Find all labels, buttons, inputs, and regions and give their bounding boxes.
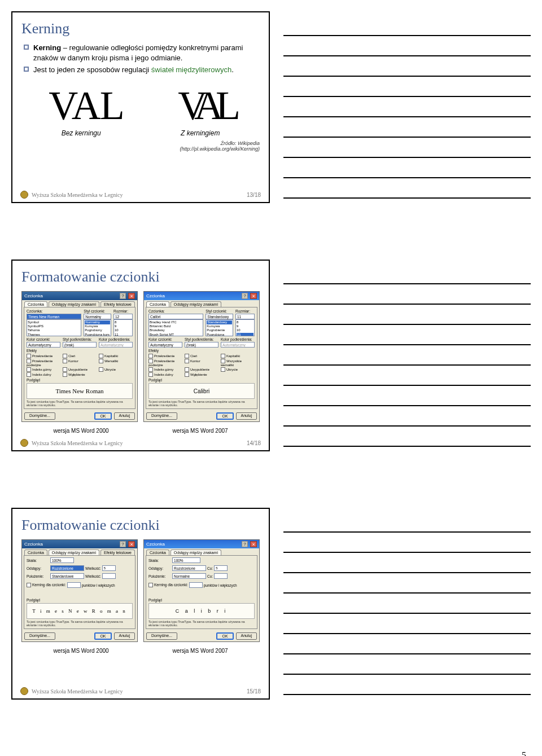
chk-engrave[interactable]: Wgłębienie	[63, 372, 97, 377]
slide-footer: Wyższa Szkoła Menedżerska w Legnicy 15/1…	[20, 687, 261, 695]
size-input[interactable]: 12	[113, 314, 133, 319]
close-icon[interactable]: ×	[128, 541, 135, 547]
school-logo-icon	[20, 687, 28, 695]
default-button[interactable]: Domyślne...	[24, 412, 55, 420]
scale-label: Skala:	[27, 559, 49, 562]
underline-dropdown[interactable]: (brak)	[185, 342, 218, 348]
font-input[interactable]: Calibri	[148, 314, 203, 319]
effects-group-label: Efekty	[27, 349, 133, 353]
dialog-title: Czcionka	[146, 542, 165, 547]
default-button[interactable]: Domyślne...	[24, 632, 55, 640]
spacing-label: Odstępy:	[148, 566, 171, 570]
spacing-dropdown[interactable]: Rozstrzelone	[50, 565, 84, 571]
tab-font[interactable]: Czcionka	[24, 301, 47, 307]
chk-sub[interactable]: Indeks dolny	[148, 372, 182, 377]
chk-outline[interactable]: Kontur	[63, 359, 97, 367]
style-input[interactable]: Normalny	[84, 314, 111, 319]
cancel-button[interactable]: Anuluj	[114, 632, 135, 640]
tab-font[interactable]: Czcionka	[24, 550, 47, 555]
underline-dropdown[interactable]: (brak)	[63, 342, 97, 348]
spacing-dropdown[interactable]: Rozstrzelone	[172, 565, 206, 571]
ok-button[interactable]: OK	[216, 412, 233, 420]
ok-button[interactable]: OK	[94, 632, 111, 640]
chk-super[interactable]: Indeks górny	[27, 367, 60, 372]
chk-hidden[interactable]: Ukrycie	[221, 367, 255, 372]
tab-spacing[interactable]: Odstępy między znakami	[171, 301, 221, 307]
kerning-spinner[interactable]	[67, 582, 81, 588]
chk-engrave[interactable]: Wgłębienie	[185, 372, 218, 377]
spacing-spinner[interactable]: 5	[214, 565, 228, 571]
close-icon[interactable]: ×	[128, 293, 135, 299]
tab-font[interactable]: Czcionka	[146, 301, 169, 307]
chk-emboss[interactable]: Uwypuklenie	[185, 367, 218, 372]
chk-allcaps[interactable]: Wszystkie wersaliki	[221, 359, 255, 367]
help-icon[interactable]: ?	[120, 293, 126, 299]
tab-effects[interactable]: Efekty tekstowe	[100, 550, 135, 555]
chk-shadow[interactable]: Cień	[63, 354, 97, 358]
tab-effects[interactable]: Efekty tekstowe	[100, 301, 135, 307]
cancel-button[interactable]: Anuluj	[236, 632, 257, 640]
note-line	[283, 366, 531, 386]
note-line	[283, 594, 531, 614]
kerning-spinner[interactable]	[189, 582, 203, 588]
tab-spacing[interactable]: Odstępy między znakami	[171, 550, 221, 555]
truetype-note: To jest czcionka typu TrueType. Ta sama …	[27, 620, 133, 627]
help-icon[interactable]: ?	[120, 541, 126, 547]
tab-spacing[interactable]: Odstępy między znakami	[49, 301, 99, 307]
dialog-captions: wersja MS Word 2000 wersja MS Word 2007	[21, 648, 260, 654]
chk-strike[interactable]: Przekreślenie	[27, 354, 60, 358]
color-dropdown[interactable]: Automatyczny	[27, 342, 60, 348]
position-dropdown[interactable]: Normalne	[172, 573, 206, 579]
position-dropdown[interactable]: Standardowe	[50, 573, 84, 579]
close-icon[interactable]: ×	[250, 541, 257, 547]
cancel-button[interactable]: Anuluj	[114, 412, 135, 420]
chk-shadow[interactable]: Cień	[185, 354, 218, 358]
tab-spacing[interactable]: Odstępy między znakami	[49, 550, 99, 555]
scale-dropdown[interactable]: 100%	[50, 557, 74, 563]
size-input[interactable]: 11	[235, 314, 255, 319]
tab-font[interactable]: Czcionka	[146, 550, 169, 555]
ok-button[interactable]: OK	[216, 632, 233, 640]
font-input[interactable]: Times New Roman	[27, 314, 81, 319]
spacing-spinner[interactable]: 5	[102, 565, 116, 571]
position-spinner[interactable]	[102, 573, 116, 579]
chk-super[interactable]: Indeks górny	[148, 367, 182, 372]
chk-hidden[interactable]: Ukrycie	[99, 367, 133, 372]
scale-dropdown[interactable]: 100%	[172, 557, 200, 563]
school-name: Wyższa Szkoła Menedżerska w Legnicy	[32, 192, 123, 198]
font-listbox[interactable]: Symbol SymbolPS Tahoma Thames Times New …	[27, 319, 81, 336]
undercolor-dropdown[interactable]: Automatyczny	[221, 342, 255, 348]
color-dropdown[interactable]: Automatyczny	[148, 342, 182, 348]
chk-kerning[interactable]: Kerning dla czcionki:	[27, 583, 66, 587]
chk-dstrike[interactable]: Przekreślenie podwójne	[27, 359, 60, 367]
close-icon[interactable]: ×	[250, 293, 257, 299]
position-spinner[interactable]	[214, 573, 228, 579]
style-listbox[interactable]: Normalny Kursywa Pogrubiony Pogrubiona k…	[84, 319, 111, 336]
help-icon[interactable]: ?	[242, 293, 248, 299]
default-button[interactable]: Domyślne...	[146, 632, 177, 640]
ok-button[interactable]: OK	[94, 412, 111, 420]
default-button[interactable]: Domyślne...	[146, 412, 177, 420]
chk-dstrike[interactable]: Przekreślenie podwójne	[148, 359, 182, 367]
spacing-label: Odstępy:	[27, 566, 49, 570]
style-input[interactable]: Standardowy	[206, 314, 233, 319]
font-listbox[interactable]: Bradley Hand ITC Britannic Bold Broadway…	[148, 319, 203, 336]
note-line	[283, 56, 531, 77]
chk-outline[interactable]: Kontur	[185, 359, 218, 367]
undercolor-dropdown[interactable]: Automatyczny	[99, 342, 133, 348]
style-listbox[interactable]: Standardowy Kursywa Pogrubienie Pogrubio…	[206, 319, 233, 336]
chk-smallcaps[interactable]: Kapitaliki	[221, 354, 255, 358]
size-listbox[interactable]: 8 9 10 11 12	[113, 319, 133, 336]
size-listbox[interactable]: 8 9 10 11 12	[235, 319, 255, 336]
cancel-button[interactable]: Anuluj	[236, 412, 257, 420]
chk-emboss[interactable]: Uwypuklenie	[63, 367, 97, 372]
chk-sub[interactable]: Indeks dolny	[27, 372, 60, 377]
note-line	[283, 305, 531, 325]
chk-smallcaps[interactable]: Kapitaliki	[99, 354, 133, 358]
chk-strike[interactable]: Przekreślenie	[148, 354, 182, 358]
bullet-item: Jest to jeden ze sposobów regulacji świa…	[24, 65, 260, 75]
help-icon[interactable]: ?	[242, 541, 248, 547]
chk-allcaps[interactable]: Wersaliki	[99, 359, 133, 367]
note-line	[283, 675, 531, 695]
chk-kerning[interactable]: Kerning dla czcionki:	[148, 583, 188, 587]
